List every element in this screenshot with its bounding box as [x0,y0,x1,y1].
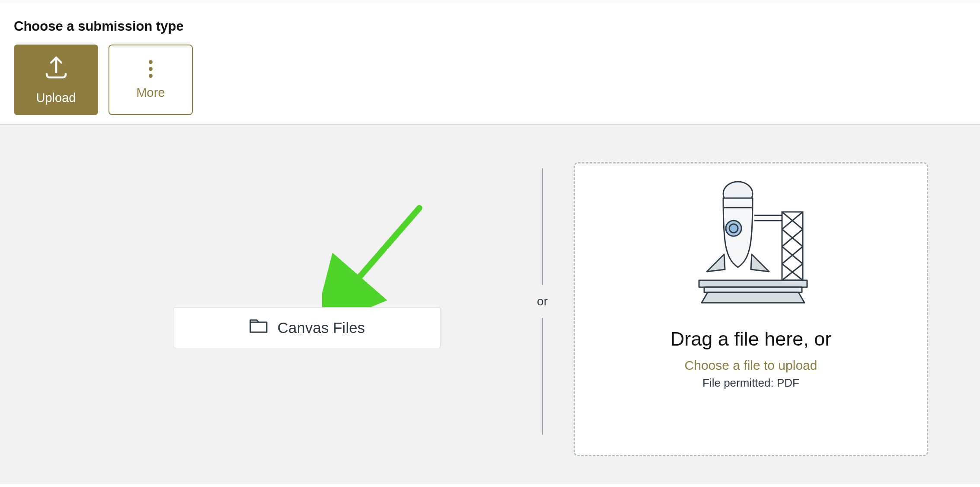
section-heading: Choose a submission type [14,19,980,34]
top-rule [0,2,980,2]
folder-icon [249,318,268,338]
file-permitted-text: File permitted: PDF [702,376,799,390]
separator-line-bottom [542,318,543,435]
upload-icon [41,55,71,83]
svg-line-0 [348,208,419,290]
file-drop-zone[interactable]: Drag a file here, or Choose a file to up… [574,162,928,456]
choose-file-link[interactable]: Choose a file to upload [685,358,817,373]
separator-line-top [542,168,543,285]
tab-upload[interactable]: Upload [14,45,98,115]
svg-rect-9 [782,212,803,280]
separator-column: or [537,162,548,435]
separator-or: or [537,295,548,308]
svg-point-4 [729,224,738,233]
canvas-files-column: Canvas Files [26,162,511,439]
svg-rect-6 [704,287,802,292]
drop-title: Drag a file here, or [670,328,832,350]
rocket-illustration-icon [682,181,820,312]
annotation-arrow-icon [322,199,434,312]
tab-upload-label: Upload [36,91,76,105]
tab-more[interactable]: More [109,45,193,115]
canvas-files-button[interactable]: Canvas Files [173,307,441,348]
more-dots-icon [149,60,153,78]
canvas-files-label: Canvas Files [278,319,365,336]
svg-rect-5 [699,280,807,287]
upload-work-area: Canvas Files or [0,125,980,484]
submission-type-tabs: Upload More [14,45,980,115]
tab-more-label: More [136,86,165,100]
